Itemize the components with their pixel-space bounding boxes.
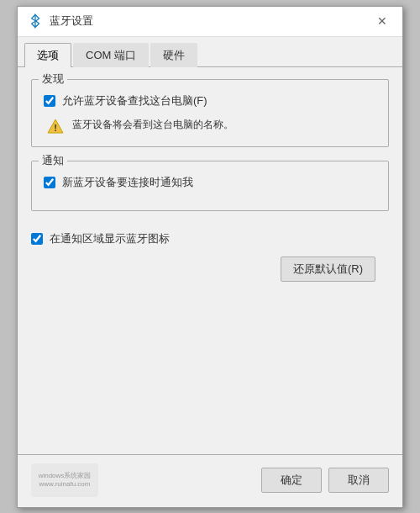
warning-text: 蓝牙设备将会看到这台电脑的名称。 [72,117,234,132]
discovery-group-label: 发现 [39,71,67,87]
svg-text:!: ! [54,122,57,132]
main-content: 发现 允许蓝牙设备查找这台电脑(F) ! 蓝牙设备将会看到这台电脑的名称。 通知 [18,67,402,454]
tab-com[interactable]: COM 端口 [73,43,149,67]
taskbar-icon-label[interactable]: 在通知区域显示蓝牙图标 [50,231,170,246]
tab-bar: 选项 COM 端口 硬件 [18,37,402,67]
watermark-text: windows系统家园www.ruinafu.com [39,472,92,488]
bluetooth-settings-window: 蓝牙设置 ✕ 选项 COM 端口 硬件 发现 允许蓝牙设备查找这台电脑(F) ! [17,6,403,508]
window-title: 蓝牙设置 [50,13,93,29]
watermark: windows系统家园www.ruinafu.com [31,463,98,497]
tab-hardware[interactable]: 硬件 [150,43,197,67]
bluetooth-icon [28,13,43,29]
action-buttons: 确定 取消 [261,468,389,493]
allow-discovery-checkbox[interactable] [44,95,55,107]
confirm-button[interactable]: 确定 [261,468,322,493]
tab-options[interactable]: 选项 [24,43,71,67]
notifications-group-label: 通知 [39,153,67,168]
new-device-label[interactable]: 新蓝牙设备要连接时通知我 [62,175,193,190]
warning-row: ! 蓝牙设备将会看到这台电脑的名称。 [44,117,376,135]
notifications-group: 通知 新蓝牙设备要连接时通知我 [31,161,389,211]
new-device-row: 新蓝牙设备要连接时通知我 [44,175,376,190]
taskbar-icon-checkbox[interactable] [31,233,43,245]
allow-discovery-label[interactable]: 允许蓝牙设备查找这台电脑(F) [62,93,207,108]
restore-footer: 还原默认值(R) [31,250,389,294]
allow-discovery-row: 允许蓝牙设备查找这台电脑(F) [44,93,376,108]
titlebar-left: 蓝牙设置 [28,13,93,29]
taskbar-row: 在通知区域显示蓝牙图标 [31,225,389,250]
new-device-checkbox[interactable] [44,177,55,188]
titlebar: 蓝牙设置 ✕ [18,7,402,37]
cancel-button[interactable]: 取消 [328,468,389,493]
warning-icon: ! [47,118,64,135]
discovery-group: 发现 允许蓝牙设备查找这台电脑(F) ! 蓝牙设备将会看到这台电脑的名称。 [31,79,389,147]
action-bar: windows系统家园www.ruinafu.com 确定 取消 [18,454,402,507]
restore-defaults-button[interactable]: 还原默认值(R) [281,256,375,282]
close-button[interactable]: ✕ [372,11,392,31]
